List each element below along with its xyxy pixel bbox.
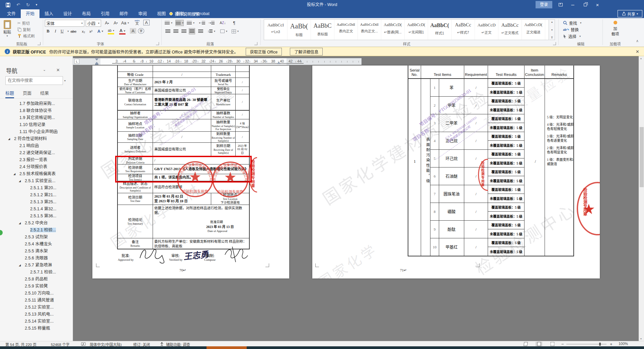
nav-heading-item[interactable]: ◢ 1.10 信用记录: [0, 121, 73, 128]
nav-heading-item[interactable]: ◢ 1.8 联合体协议书: [0, 107, 73, 114]
nav-heading-item[interactable]: ◢ 2.5.13 风机电...: [0, 311, 73, 318]
ribbon-tab[interactable]: 审阅: [133, 9, 152, 18]
nav-heading-item[interactable]: ◢ 2.5.10 万向吸...: [0, 290, 73, 297]
get-genuine-office-button[interactable]: 获取正版 Office: [246, 48, 282, 55]
style-gallery-item[interactable]: AaBbCcI ↵Ln3: [264, 20, 288, 40]
collapse-triangle-icon[interactable]: ◢: [19, 262, 21, 269]
ribbon-tab[interactable]: 布局: [77, 9, 96, 18]
style-gallery-item[interactable]: AaBbCc ↵样式7: [452, 20, 475, 40]
scrollbar-thumb[interactable]: [640, 127, 644, 187]
justify-button[interactable]: [189, 28, 195, 34]
close-button[interactable]: ×: [592, 0, 602, 9]
copy-button[interactable]: 复制: [17, 26, 30, 32]
msgbar-close-icon[interactable]: ✕: [636, 49, 639, 54]
distribute-button[interactable]: [197, 28, 204, 34]
scroll-up-icon[interactable]: ▴: [640, 57, 642, 60]
nav-heading-item[interactable]: ◢ 1.9 其它资格证明...: [0, 114, 73, 121]
italic-button[interactable]: I: [52, 28, 59, 34]
line-spacing-button[interactable]: ↕▾: [208, 28, 215, 34]
nav-heading-item[interactable]: ◢ 2.5.9 实验凳: [0, 283, 73, 290]
grow-font-button[interactable]: A▴: [104, 20, 110, 26]
styles-gallery-scroll[interactable]: ▴▾⊽: [549, 19, 555, 40]
superscript-button[interactable]: x²: [88, 28, 94, 34]
numbering-button[interactable]: ▾: [175, 20, 184, 26]
nav-heading-item[interactable]: ◢ 2.5.2.1 检验...: [0, 227, 73, 234]
share-button[interactable]: 共享 ▾: [618, 10, 642, 17]
horizontal-ruler[interactable]: 2468101214161820222426283032343638404244…: [73, 58, 361, 65]
nav-heading-item[interactable]: ◢ 2.5.15 称量瓶: [0, 325, 73, 332]
vertical-scrollbar[interactable]: ▴ ▾: [639, 56, 644, 341]
strikethrough-button[interactable]: abc: [70, 28, 77, 34]
left-indent-marker[interactable]: [95, 64, 98, 65]
first-line-indent-marker[interactable]: [95, 59, 98, 61]
format-painter-button[interactable]: 格式刷: [17, 33, 35, 39]
zoom-in-icon[interactable]: +: [610, 342, 613, 347]
read-mode-view-icon[interactable]: [522, 342, 529, 346]
style-gallery-item[interactable]: AaBbCcD( 正文缩进: [522, 20, 545, 40]
nav-heading-item[interactable]: ◢ 2.5.3 试剂架: [0, 234, 73, 241]
style-gallery-item[interactable]: AaBbCcD( ↵普通(网...: [381, 20, 405, 40]
nav-heading-item[interactable]: ◢ 2 符合性证明材料: [0, 135, 73, 142]
nav-heading-item[interactable]: ◢ 2.5.5 滴水架: [0, 248, 73, 255]
ribbon-tab[interactable]: 开始: [21, 9, 39, 18]
nav-tab-results[interactable]: 结果: [40, 90, 49, 98]
ribbon-tab[interactable]: 设计: [58, 9, 77, 18]
nav-tab-pages[interactable]: 页面: [23, 90, 31, 98]
nav-heading-item[interactable]: ◢ 2.4 分项报价表: [0, 163, 73, 170]
phonetic-guide-button[interactable]: wén文: [134, 19, 140, 25]
zoom-out-icon[interactable]: −: [561, 342, 564, 347]
replace-button[interactable]: ab↷ 替换: [563, 27, 579, 32]
style-gallery-item[interactable]: AaBbCcDdI 表内正文...: [358, 20, 381, 40]
restore-button[interactable]: [580, 0, 590, 9]
tab-selector[interactable]: L: [74, 59, 79, 64]
ribbon-display-options-icon[interactable]: [556, 0, 566, 9]
highlight-color-button[interactable]: ab▾: [108, 28, 114, 34]
styles-dialog-launcher[interactable]: [553, 42, 556, 45]
collapse-triangle-icon[interactable]: ◢: [13, 170, 15, 178]
ribbon-tab[interactable]: 插入: [39, 9, 58, 18]
nav-tab-headings[interactable]: 标题: [5, 90, 14, 98]
nav-heading-item[interactable]: ◢ 2.2 递交磋商保证...: [0, 149, 73, 156]
nav-heading-item[interactable]: ◢ 2.1 响应函: [0, 142, 73, 149]
nav-heading-item[interactable]: ◢ 2.5.7 紧急喷淋: [0, 262, 73, 269]
nav-heading-item[interactable]: ◢ 2.5.1.3 第25...: [0, 199, 73, 206]
nav-heading-item[interactable]: ◢ 2.5.1.5 第36...: [0, 213, 73, 220]
document-page-70[interactable]: 国家化学建材质量 国家化学建材 等级 Grade / Trademark: [92, 66, 289, 278]
collapse-triangle-icon[interactable]: ◢: [19, 178, 21, 185]
style-gallery-item[interactable]: AaBb( 标题: [288, 20, 311, 40]
paragraph-dialog-launcher[interactable]: [254, 42, 257, 45]
search-options-icon[interactable]: ▾: [64, 79, 66, 82]
align-center-button[interactable]: [173, 28, 179, 34]
proofing-icon[interactable]: [81, 342, 86, 346]
find-button[interactable]: 查找▾: [563, 20, 581, 26]
multilevel-list-button[interactable]: ▾: [187, 20, 194, 26]
nav-heading-item[interactable]: ◢ 2.5.1.2 第21...: [0, 192, 73, 199]
clipboard-dialog-launcher[interactable]: [37, 42, 41, 45]
show-marks-button[interactable]: ¶: [231, 20, 237, 26]
nav-heading-item[interactable]: ◢ 2.5.4 水槽龙头: [0, 241, 73, 248]
text-effects-button[interactable]: A▾: [97, 28, 103, 34]
nav-heading-item[interactable]: ◢ 2.5.7.1 检验...: [0, 269, 73, 276]
paste-button[interactable]: 粘贴 ▾: [3, 20, 11, 37]
nav-search-input[interactable]: [6, 78, 64, 83]
nav-heading-item[interactable]: ◢ 2.5.2 中央台: [0, 220, 73, 227]
add-ins-button[interactable]: 加 载项: [608, 21, 623, 36]
select-button[interactable]: 选择▾: [563, 33, 581, 39]
ribbon-tab[interactable]: 引用: [96, 9, 114, 18]
align-left-button[interactable]: [165, 28, 171, 34]
style-gallery-item[interactable]: AaBbCcD ↵正文: [475, 20, 498, 40]
style-gallery-item[interactable]: AaBbC( 样式1: [428, 20, 452, 40]
ribbon-tab[interactable]: 文件: [2, 9, 21, 18]
character-border-button[interactable]: A: [143, 20, 150, 25]
nav-heading-item[interactable]: ◢ 1.7 参加政府采购...: [0, 100, 73, 107]
nav-heading-item[interactable]: ◢ 2.5.1.1 第20...: [0, 185, 73, 192]
font-color-button[interactable]: A▾: [119, 28, 126, 34]
nav-heading-item[interactable]: ◢ 2.5 技术规格偏离表: [0, 170, 73, 178]
scroll-down-icon[interactable]: ▾: [640, 337, 642, 340]
nav-pane-close-icon[interactable]: ✕: [56, 68, 60, 73]
collapse-triangle-icon[interactable]: ◢: [19, 220, 21, 227]
ribbon-tab[interactable]: 邮件: [114, 9, 133, 18]
character-shading-button[interactable]: A: [130, 28, 136, 34]
borders-button[interactable]: ▾: [232, 28, 239, 34]
font-dialog-launcher[interactable]: [156, 42, 159, 45]
